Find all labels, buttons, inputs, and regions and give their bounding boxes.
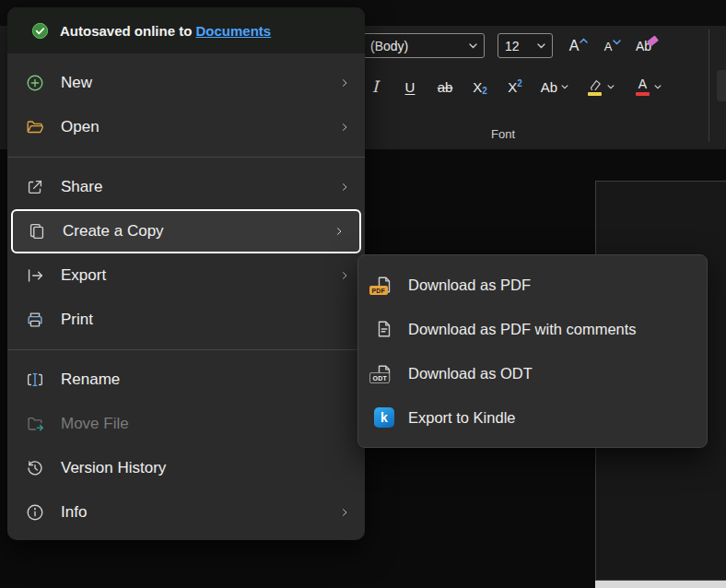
menu-item-label: Info bbox=[61, 503, 324, 522]
info-icon bbox=[24, 501, 46, 523]
share-icon bbox=[24, 176, 46, 198]
underline-button[interactable]: U bbox=[394, 72, 426, 101]
create-a-copy-submenu: PDF Download as PDF Download as PDF with… bbox=[357, 254, 708, 448]
menu-item-label: Move File bbox=[61, 415, 350, 433]
submenu-item-export-to-kindle[interactable]: k Export to Kindle bbox=[358, 395, 707, 440]
font-group-label: Font bbox=[411, 127, 595, 141]
menu-item-share[interactable]: Share bbox=[7, 165, 365, 209]
font-color-icon: A bbox=[636, 77, 650, 96]
chevron-down-icon bbox=[537, 43, 545, 49]
ribbon-next-group-partial bbox=[717, 70, 726, 101]
menu-divider bbox=[7, 157, 365, 158]
sync-check-icon bbox=[31, 22, 49, 40]
menu-item-label: Share bbox=[61, 178, 324, 196]
copy-icon bbox=[26, 220, 48, 242]
chevron-down-icon bbox=[607, 85, 615, 89]
superscript-icon: X bbox=[508, 79, 517, 95]
eraser-icon bbox=[647, 35, 659, 46]
chevron-down-icon bbox=[561, 85, 568, 89]
grow-font-icon: A bbox=[569, 38, 580, 54]
submenu-item-download-as-pdf-with-comments[interactable]: Download as PDF with comments bbox=[358, 307, 707, 351]
formatting-buttons: I U ab X2 X2 Ab A bbox=[359, 70, 671, 103]
submenu-item-download-as-pdf[interactable]: PDF Download as PDF bbox=[358, 263, 707, 307]
chevron-down-icon bbox=[654, 85, 662, 89]
clear-formatting-button[interactable]: Ab bbox=[632, 33, 662, 60]
menu-item-print[interactable]: Print bbox=[7, 298, 365, 342]
menu-item-label: Rename bbox=[61, 370, 350, 389]
strikethrough-icon: ab bbox=[438, 79, 453, 95]
underline-icon: U bbox=[405, 79, 416, 95]
italic-icon: I bbox=[372, 77, 379, 96]
highlighter-icon bbox=[588, 78, 603, 96]
version-history-icon bbox=[24, 457, 46, 479]
chevron-down-icon bbox=[469, 43, 477, 49]
change-case-icon: Ab bbox=[541, 79, 557, 95]
menu-divider bbox=[7, 349, 365, 350]
menu-item-label: Create a Copy bbox=[63, 222, 319, 241]
chevron-right-icon bbox=[339, 180, 350, 194]
font-size-combobox[interactable]: 12 bbox=[498, 33, 553, 58]
chevron-right-icon bbox=[339, 268, 350, 283]
menu-item-label: Export bbox=[61, 266, 324, 285]
page-bottom-strip bbox=[595, 581, 726, 588]
menu-item-label: Version History bbox=[61, 459, 350, 477]
menu-item-version-history[interactable]: Version History bbox=[7, 446, 365, 490]
menu-item-label: New bbox=[61, 74, 324, 92]
subscript-button[interactable]: X2 bbox=[464, 72, 496, 101]
pdf-file-icon: PDF bbox=[373, 274, 395, 296]
chevron-right-icon bbox=[339, 120, 350, 135]
pdf-comments-file-icon bbox=[373, 318, 395, 340]
change-case-button[interactable]: Ab bbox=[534, 72, 575, 101]
autosave-status-text: Autosaved online to Documents bbox=[60, 23, 271, 39]
menu-item-create-a-copy[interactable]: Create a Copy bbox=[11, 209, 361, 253]
menu-item-move-file: Move File bbox=[7, 402, 365, 446]
strikethrough-button[interactable]: ab bbox=[429, 72, 461, 101]
menu-item-label: Open bbox=[61, 118, 324, 136]
open-folder-icon bbox=[24, 116, 46, 138]
autosave-status-bar: Autosaved online to Documents bbox=[7, 7, 365, 53]
font-color-button[interactable]: A bbox=[626, 72, 671, 101]
subscript-icon: X bbox=[473, 79, 482, 95]
menu-item-open[interactable]: Open bbox=[7, 105, 365, 149]
export-icon bbox=[24, 265, 46, 287]
menu-item-new[interactable]: New bbox=[7, 61, 365, 105]
file-menu-list: New Open Share bbox=[7, 53, 365, 540]
font-size-value: 12 bbox=[505, 39, 520, 53]
ribbon-group-separator bbox=[708, 29, 709, 142]
documents-link[interactable]: Documents bbox=[196, 23, 272, 39]
grow-font-button[interactable]: A bbox=[564, 33, 593, 60]
font-name-combobox[interactable]: (Body) bbox=[363, 33, 485, 58]
file-menu: Autosaved online to Documents New Open bbox=[7, 7, 365, 540]
caret-down-icon bbox=[613, 40, 621, 45]
chevron-right-icon bbox=[334, 224, 345, 239]
chevron-right-icon bbox=[339, 76, 350, 90]
kindle-icon: k bbox=[373, 406, 395, 429]
submenu-item-label: Export to Kindle bbox=[408, 409, 515, 427]
new-document-icon bbox=[24, 72, 46, 94]
menu-item-export[interactable]: Export bbox=[7, 253, 365, 298]
submenu-item-download-as-odt[interactable]: ODT Download as ODT bbox=[358, 351, 707, 395]
submenu-item-label: Download as ODT bbox=[408, 365, 533, 382]
caret-up-icon bbox=[580, 38, 588, 43]
font-name-value: (Body) bbox=[370, 39, 408, 53]
submenu-item-label: Download as PDF with comments bbox=[408, 321, 637, 338]
menu-item-rename[interactable]: Rename bbox=[7, 358, 365, 402]
font-size-buttons: A A Ab bbox=[564, 32, 662, 60]
menu-item-info[interactable]: Info bbox=[7, 490, 365, 535]
printer-icon bbox=[24, 309, 46, 331]
text-highlight-color-button[interactable] bbox=[579, 72, 623, 101]
menu-item-label: Print bbox=[61, 311, 350, 329]
shrink-font-button[interactable]: A bbox=[598, 33, 627, 60]
shrink-font-icon: A bbox=[604, 40, 613, 53]
move-file-icon bbox=[24, 413, 46, 435]
chevron-right-icon bbox=[339, 505, 350, 520]
odt-file-icon: ODT bbox=[373, 362, 395, 384]
submenu-item-label: Download as PDF bbox=[408, 276, 531, 294]
superscript-button[interactable]: X2 bbox=[499, 72, 531, 101]
rename-icon bbox=[24, 369, 46, 391]
